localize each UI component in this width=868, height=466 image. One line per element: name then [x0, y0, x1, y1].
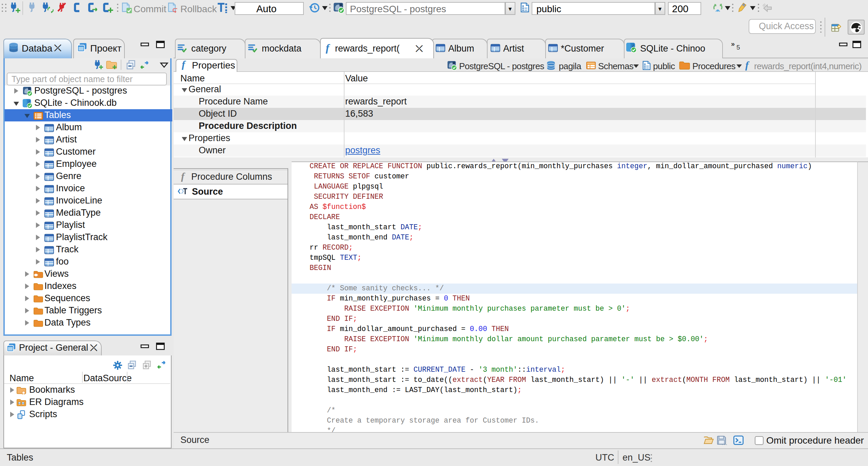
svg-text:f: f	[181, 171, 185, 182]
